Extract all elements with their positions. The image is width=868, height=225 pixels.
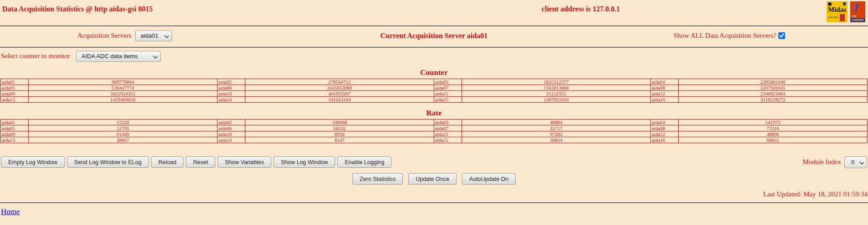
home-link[interactable]: Home	[1, 207, 20, 216]
rate-table: aida0115520aida02108068aida0348884aida04…	[0, 119, 868, 143]
counter-monitor-select[interactable]: AIDA ADC data items	[76, 51, 161, 62]
show-log-window-button[interactable]: Show Log Window	[274, 156, 335, 168]
tcl-feather-icon: f	[840, 14, 845, 21]
zero-statistics-button[interactable]: Zero Statistics	[352, 173, 403, 185]
stat-value: 278504712	[245, 79, 434, 85]
stat-value: 401959267	[245, 91, 434, 97]
stat-name: aida02	[217, 79, 245, 85]
stat-value: 1563813866	[462, 85, 650, 91]
stat-name: aida13	[1, 97, 29, 103]
stat-value: 141973	[678, 120, 867, 125]
stat-value: 2285862440	[678, 79, 867, 85]
show-variables-button[interactable]: Show Variables	[218, 156, 271, 168]
stat-name: aida08	[650, 85, 678, 91]
stat-value: 21122355	[462, 91, 650, 97]
tcl-powered-logo-icon: f TCL POWERED	[850, 1, 865, 22]
stat-value: 2346823664	[678, 91, 867, 97]
tcl-powered-text: POWERED	[851, 18, 865, 22]
log-toolbar: Empty Log WindowSend Log Window to ELogR…	[0, 156, 868, 168]
table-row: aida131459409656aida14341024164aida15130…	[1, 97, 868, 103]
acquisition-server-select[interactable]: aida01	[135, 30, 172, 41]
stat-value: 48896	[678, 131, 867, 137]
stat-value: 30824	[462, 137, 650, 143]
show-all-group: Show ALL Data Acquisition Servers?	[674, 32, 785, 40]
stat-name: aida10	[217, 91, 245, 97]
show-all-checkbox[interactable]	[778, 32, 785, 39]
stat-value: 97282	[462, 131, 650, 137]
table-row: aida0961440aida108916aida1197282aida1248…	[1, 131, 868, 137]
tcl-logo-text: TCL	[852, 15, 857, 18]
table-row: aida05536447774aida062445053080aida07156…	[1, 85, 868, 91]
midas-dot-icon	[828, 2, 832, 6]
stat-name: aida01	[1, 79, 29, 85]
table-row: aida0512705aida0658232aida0735717aida087…	[1, 125, 868, 131]
table-row: aida1328607aida148147aida1530824aida1660…	[1, 137, 868, 143]
midas-powered-by-text: powered by	[828, 16, 838, 18]
last-updated-text: Last Updated: May 18, 2021 01:59:34	[0, 190, 868, 198]
tcl-feather-icon: f	[854, 2, 858, 14]
stat-name: aida14	[217, 137, 245, 143]
stat-value: 341024164	[245, 97, 434, 103]
counter-section-title: Counter	[0, 68, 868, 77]
client-address: client address is 127.0.0.1	[542, 5, 620, 13]
enable-logging-button[interactable]: Enable Logging	[337, 156, 391, 168]
reset-button[interactable]: Reset	[186, 156, 215, 168]
stat-value: 1459409656	[28, 97, 217, 103]
stat-value: 35717	[462, 125, 650, 131]
stat-name: aida04	[650, 120, 678, 125]
stat-name: aida12	[650, 91, 678, 97]
acquisition-servers-group: Acquisition Serversaida01	[77, 30, 172, 41]
empty-log-window-button[interactable]: Empty Log Window	[1, 156, 65, 168]
current-server-text: Current Acquisition Server aida01	[381, 32, 487, 40]
update-bar: Zero StatisticsUpdate OnceAutoUpdate On	[0, 173, 868, 185]
stat-value: 108068	[245, 120, 434, 125]
stat-name: aida13	[1, 137, 29, 143]
stat-name: aida06	[217, 85, 245, 91]
stat-name: aida10	[217, 131, 245, 137]
acquisition-server-select-wrap: aida01	[135, 30, 172, 41]
midas-logo-text: Midas	[828, 6, 846, 14]
stat-name: aida07	[434, 125, 462, 131]
stat-name: aida12	[650, 131, 678, 137]
stat-name: aida03	[434, 79, 462, 85]
server-bar: Acquisition Serversaida01 Current Acquis…	[0, 26, 868, 47]
stat-value: 8147	[245, 137, 434, 143]
stat-value: 28607	[28, 137, 217, 143]
table-row: aida01909779864aida02278504712aida031825…	[1, 79, 868, 85]
stat-value: 2445053080	[245, 85, 434, 91]
update-once-button[interactable]: Update Once	[408, 173, 457, 185]
table-row: aida093422924352aida10401959267aida11211…	[1, 91, 868, 97]
reload-button[interactable]: Reload	[151, 156, 184, 168]
autoupdate-on-button[interactable]: AutoUpdate On	[462, 173, 516, 185]
stat-name: aida07	[434, 85, 462, 91]
stat-name: aida02	[217, 120, 245, 125]
stat-name: aida16	[650, 137, 678, 143]
stat-value: 61440	[28, 131, 217, 137]
module-index-group: Module Index0	[802, 156, 867, 168]
stat-name: aida11	[434, 131, 462, 137]
stat-value: 58232	[245, 125, 434, 131]
stat-name: aida11	[434, 91, 462, 97]
rate-section-title: Rate	[0, 109, 868, 118]
module-index-select[interactable]: 0	[844, 156, 867, 168]
header: Data Acquisition Statistics @ http aidas…	[0, 0, 868, 25]
stat-value: 48884	[462, 120, 650, 125]
midas-logo-icon: Midas powered by f	[827, 1, 848, 22]
counter-select-row: Select counter to monitorAIDA ADC data i…	[0, 48, 868, 65]
stat-value: 3207926565	[678, 85, 867, 91]
send-log-window-to-elog-button[interactable]: Send Log Window to ELog	[67, 156, 149, 168]
counter-table: aida01909779864aida02278504712aida031825…	[0, 79, 868, 103]
midas-shield-icon	[843, 2, 846, 6]
stat-name: aida03	[434, 120, 462, 125]
stat-name: aida09	[1, 91, 29, 97]
stat-name: aida04	[650, 79, 678, 85]
stat-name: aida15	[434, 97, 462, 103]
acquisition-servers-label: Acquisition Servers	[77, 32, 132, 39]
stat-value: 60831	[678, 137, 867, 143]
stat-name: aida06	[217, 125, 245, 131]
stat-value: 15520	[28, 120, 217, 125]
stat-name: aida05	[1, 85, 29, 91]
stat-value: 77216	[678, 125, 867, 131]
stat-value: 909779864	[28, 79, 217, 85]
stat-name: aida16	[650, 97, 678, 103]
